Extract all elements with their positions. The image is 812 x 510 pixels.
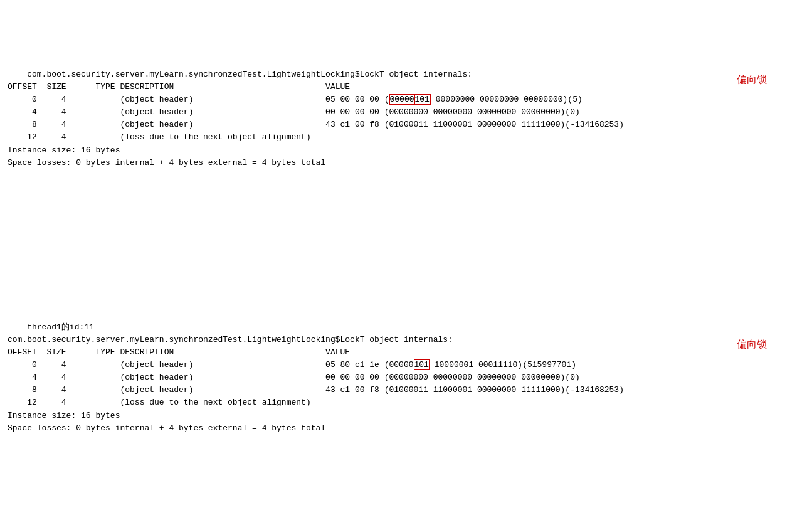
table-header-1: OFFSET SIZE TYPE DESCRIPTION VALUE	[8, 82, 350, 92]
footer-1-1: Instance size: 16 bytes	[8, 146, 120, 155]
row-1-0: 0 4 (object header) 05 00 00 00 (0000010…	[8, 94, 583, 105]
highlight-2-0: 101	[414, 359, 430, 370]
row-1-2: 8 4 (object header) 43 c1 00 f8 (0100001…	[8, 120, 624, 129]
section-1: com.boot.security.server.myLearn.synchro…	[8, 56, 804, 208]
row-2-3: 12 4 (loss due to the next object alignm…	[8, 398, 311, 407]
class-header-1: com.boot.security.server.myLearn.synchro…	[27, 70, 472, 79]
row-2-1: 4 4 (object header) 00 00 00 00 (0000000…	[8, 373, 580, 382]
highlight-1-0: 00000101	[389, 94, 431, 105]
row-2-0: 0 4 (object header) 05 80 c1 1e (0000010…	[8, 359, 576, 370]
section-2: thread1的id:11 com.boot.security.server.m…	[8, 308, 804, 472]
row-2-2: 8 4 (object header) 43 c1 00 f8 (0100001…	[8, 385, 624, 395]
thread-header: thread1的id:11	[27, 322, 94, 332]
footer-1-2: Space losses: 0 bytes internal + 4 bytes…	[8, 158, 325, 167]
table-header-2: OFFSET SIZE TYPE DESCRIPTION VALUE	[8, 348, 350, 357]
annotation-2: 偏向锁	[737, 337, 767, 353]
row-1-3: 12 4 (loss due to the next object alignm…	[8, 132, 311, 142]
class-header-2: com.boot.security.server.myLearn.synchro…	[8, 335, 453, 344]
main-content: com.boot.security.server.myLearn.synchro…	[8, 5, 804, 510]
footer-2-2: Space losses: 0 bytes internal + 4 bytes…	[8, 423, 325, 433]
row-1-1: 4 4 (object header) 00 00 00 00 (0000000…	[8, 107, 580, 117]
annotation-1: 偏向锁	[737, 72, 767, 88]
footer-2-1: Instance size: 16 bytes	[8, 411, 120, 420]
